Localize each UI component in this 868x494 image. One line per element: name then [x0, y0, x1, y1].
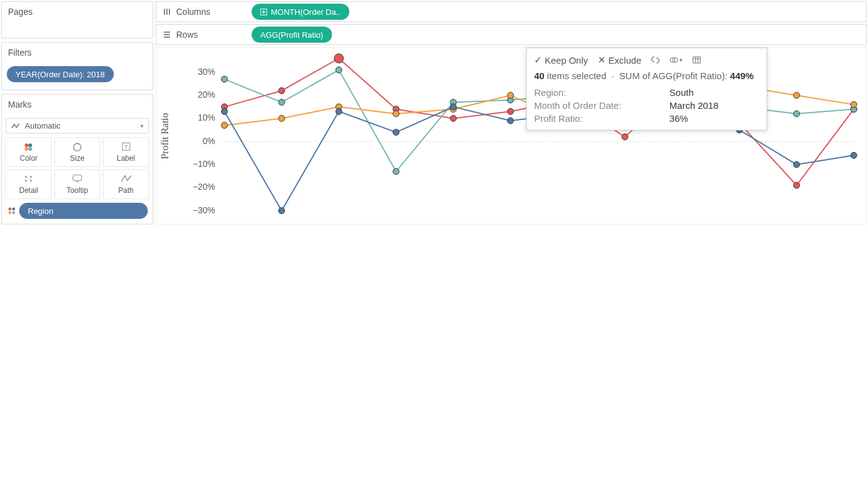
svg-point-55	[221, 122, 228, 129]
svg-point-58	[393, 111, 399, 117]
svg-point-44	[279, 99, 285, 105]
columns-pill[interactable]: MONTH(Order Da..	[252, 4, 349, 20]
check-icon: ✓	[534, 54, 542, 66]
tooltip-popup: ✓ Keep Only ✕ Exclude ▾	[526, 48, 767, 130]
region-pill[interactable]: Region	[19, 203, 148, 219]
svg-point-13	[9, 208, 12, 211]
size-icon	[71, 142, 83, 151]
chart-canvas[interactable]: Profit Ratio −30%−20%−10%0%10%20%30% ✓ K…	[156, 47, 867, 224]
svg-point-67	[221, 108, 228, 114]
color-legend-icon	[7, 206, 17, 216]
svg-point-69	[336, 108, 342, 114]
mark-size[interactable]: Size	[54, 137, 101, 167]
rows-icon	[163, 30, 171, 39]
svg-point-66	[851, 101, 857, 108]
marks-title: Marks	[2, 95, 153, 114]
detail-icon	[22, 174, 35, 184]
rows-pill[interactable]: AGG(Profit Ratio)	[252, 27, 332, 43]
marks-panel: Marks Automatic ▾ Color Size	[1, 94, 153, 224]
filters-panel: Filters YEAR(Order Date): 2018	[1, 42, 153, 90]
svg-rect-81	[693, 57, 700, 63]
svg-point-33	[334, 54, 344, 63]
svg-point-32	[279, 88, 285, 94]
svg-point-70	[393, 129, 399, 135]
x-icon: ✕	[598, 54, 606, 66]
color-icon	[22, 142, 35, 151]
svg-point-8	[30, 176, 32, 178]
svg-text:−10%: −10%	[193, 159, 215, 169]
svg-text:0%: 0%	[203, 136, 215, 146]
svg-text:30%: 30%	[198, 67, 215, 77]
svg-point-15	[9, 211, 12, 215]
svg-point-77	[793, 161, 799, 168]
keep-only-button[interactable]: ✓ Keep Only	[534, 54, 588, 66]
mark-detail[interactable]: Detail	[6, 169, 52, 199]
tooltip-icon	[71, 174, 83, 184]
svg-rect-12	[73, 175, 82, 181]
svg-point-3	[28, 147, 32, 151]
svg-point-43	[221, 76, 228, 82]
svg-rect-19	[169, 9, 170, 15]
svg-point-16	[12, 211, 15, 215]
mark-label[interactable]: T Label	[103, 137, 149, 167]
set-icon[interactable]: ▾	[670, 56, 683, 64]
svg-rect-21	[164, 34, 170, 35]
mark-color[interactable]: Color	[6, 137, 52, 167]
svg-point-9	[25, 180, 27, 182]
svg-point-35	[450, 116, 456, 122]
svg-point-72	[508, 117, 514, 124]
view-data-icon[interactable]	[692, 56, 701, 64]
svg-point-65	[793, 92, 799, 98]
svg-point-78	[851, 152, 857, 158]
svg-point-36	[508, 108, 514, 114]
tooltip-fields: Region:South Month of Order Date:March 2…	[534, 87, 759, 124]
filter-pill-year[interactable]: YEAR(Order Date): 2018	[7, 66, 114, 82]
svg-point-68	[279, 208, 285, 214]
columns-icon	[163, 7, 171, 16]
pages-panel: Pages	[1, 1, 153, 38]
svg-text:T: T	[124, 144, 128, 150]
pages-title: Pages	[2, 2, 153, 22]
svg-point-45	[336, 67, 342, 73]
group-icon[interactable]	[651, 56, 660, 64]
path-icon	[120, 174, 132, 184]
svg-text:−30%: −30%	[193, 205, 215, 215]
svg-point-60	[508, 92, 514, 98]
svg-point-71	[450, 104, 456, 110]
svg-text:10%: 10%	[198, 113, 215, 122]
exclude-button[interactable]: ✕ Exclude	[598, 54, 641, 66]
svg-rect-17	[164, 9, 165, 15]
expand-icon	[260, 9, 267, 15]
svg-point-38	[622, 134, 628, 140]
rows-label: Rows	[176, 30, 198, 40]
svg-rect-20	[164, 32, 170, 33]
label-icon: T	[120, 142, 132, 151]
line-icon	[11, 123, 20, 129]
svg-rect-18	[166, 9, 168, 15]
svg-point-1	[28, 143, 32, 147]
columns-label: Columns	[176, 7, 210, 17]
columns-shelf[interactable]: Columns MONTH(Order Da..	[156, 1, 867, 22]
svg-point-53	[793, 111, 799, 117]
mark-type-select[interactable]: Automatic ▾	[6, 118, 149, 134]
rows-shelf[interactable]: Rows AGG(Profit Ratio)	[156, 24, 867, 45]
svg-point-46	[393, 168, 399, 174]
svg-point-56	[279, 116, 285, 122]
svg-point-4	[74, 143, 81, 151]
mark-type-label: Automatic	[25, 121, 61, 130]
mark-tooltip[interactable]: Tooltip	[54, 169, 101, 199]
svg-rect-22	[164, 36, 170, 38]
svg-text:20%: 20%	[198, 90, 215, 100]
svg-text:−20%: −20%	[193, 182, 215, 192]
mark-path[interactable]: Path	[103, 169, 149, 199]
tooltip-summary: 40 items selected · SUM of AGG(Profit Ra…	[534, 70, 759, 81]
filters-title: Filters	[2, 43, 153, 62]
svg-point-0	[25, 143, 28, 147]
svg-point-2	[25, 147, 28, 151]
svg-point-14	[12, 208, 15, 211]
svg-point-41	[793, 182, 799, 189]
caret-down-icon: ▾	[140, 122, 143, 129]
